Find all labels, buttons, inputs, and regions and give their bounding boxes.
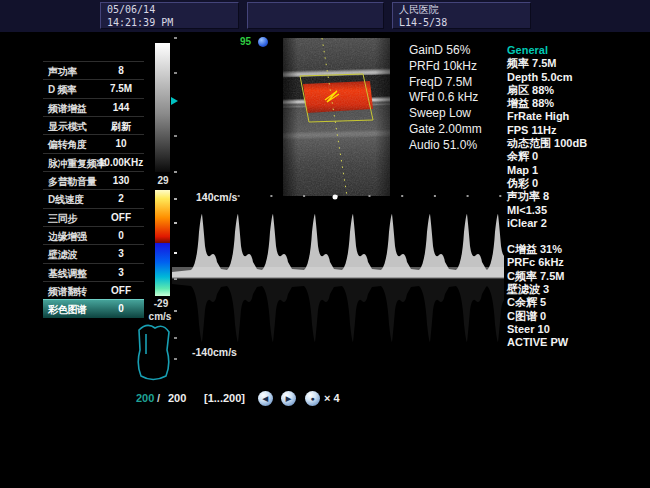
- gray-map-arrow-icon: [171, 97, 178, 105]
- scale-tick-marks: [174, 37, 177, 39]
- overlay-gain: GainD 56%: [409, 43, 482, 59]
- freeze-indicator-icon: [258, 37, 268, 47]
- param-row-triplex[interactable]: 三同步OFF: [43, 208, 144, 226]
- patient-info-box: [247, 2, 384, 29]
- rp-row: Depth 5.0cm: [507, 71, 647, 84]
- rp-row: 伪彩 0: [507, 177, 647, 190]
- gray-map-bar: [155, 43, 170, 172]
- color-velocity-bar: [155, 190, 170, 296]
- sweep-position-dot: [333, 195, 338, 200]
- edge-shadow: [283, 38, 390, 196]
- param-row-d-line-speed[interactable]: D线速度2: [43, 189, 144, 207]
- cine-current-frame: 200: [136, 392, 154, 404]
- cine-separator: /: [157, 392, 160, 404]
- color-scale-max: 29: [148, 175, 178, 186]
- status-bar: 05/06/14 14:21:39 PM 人民医院 L14-5/38: [0, 0, 650, 32]
- overlay-gate: Gate 2.00mm: [409, 122, 482, 138]
- probe-model: L14-5/38: [399, 17, 524, 30]
- doppler-parameter-panel: 声功率8 D 频率7.5M 频谱增益144 显示模式刷新 偏转角度10 脉冲重复…: [43, 61, 144, 318]
- time-text: 14:21:39 PM: [107, 17, 232, 30]
- rp-row: iClear 2: [507, 217, 647, 230]
- param-row-edge-enhance[interactable]: 边缘增强0: [43, 226, 144, 244]
- rp-row: C余辉 5: [507, 296, 647, 309]
- rp-row: 动态范围 100dB: [507, 137, 647, 150]
- hospital-name: 人民医院: [399, 4, 524, 17]
- datetime-box: 05/06/14 14:21:39 PM: [100, 2, 239, 29]
- param-row-wall-filter[interactable]: 壁滤波3: [43, 244, 144, 262]
- cine-frame-range: [1...200]: [204, 392, 245, 404]
- date-text: 05/06/14: [107, 4, 232, 17]
- doppler-settings-overlay: GainD 56% PRFd 10kHz FreqD 7.5M WFd 0.6 …: [409, 43, 482, 154]
- ultrasound-screen: 05/06/14 14:21:39 PM 人民医院 L14-5/38 声功率8 …: [0, 0, 650, 488]
- param-row-spectrum-gain[interactable]: 频谱增益144: [43, 98, 144, 116]
- general-parameter-panel: General 频率 7.5M Depth 5.0cm 扇区 88% 增益 88…: [507, 44, 647, 350]
- rp-row: C图谱 0: [507, 310, 647, 323]
- rp-row: 增益 88%: [507, 97, 647, 110]
- param-row-acoustic-power[interactable]: 声功率8: [43, 61, 144, 79]
- frame-number: 95: [240, 36, 251, 47]
- param-row-steer-angle[interactable]: 偏转角度10: [43, 134, 144, 152]
- overlay-prf: PRFd 10kHz: [409, 59, 482, 75]
- rp-row: FrRate High: [507, 110, 647, 123]
- param-row-d-frequency[interactable]: D 频率7.5M: [43, 79, 144, 97]
- stop-button[interactable]: ●: [305, 391, 320, 406]
- cine-bar: 200 / 200 [1...200] ◀ ▶ ● × 4: [0, 388, 650, 414]
- param-row-spectrum-invert[interactable]: 频谱翻转OFF: [43, 281, 144, 299]
- b-mode-image[interactable]: [283, 38, 390, 196]
- param-row-color-map-selected[interactable]: 彩色图谱0: [43, 299, 144, 317]
- param-row-prf[interactable]: 脉冲重复频率10.00KHz: [43, 153, 144, 171]
- play-button[interactable]: ▶: [281, 391, 296, 406]
- rp-row: PRFc 6kHz: [507, 256, 647, 269]
- rp-row: C频率 7.5M: [507, 270, 647, 283]
- rp-row: 扇区 88%: [507, 84, 647, 97]
- play-icon: ▶: [286, 395, 291, 402]
- rp-row: 频率 7.5M: [507, 57, 647, 70]
- rp-row: MI<1.35: [507, 204, 647, 217]
- spectral-scale-min: -140cm/s: [192, 346, 237, 358]
- cine-total-frames: 200: [168, 392, 186, 404]
- rp-row: ACTIVE PW: [507, 336, 647, 349]
- cine-speed: × 4: [324, 392, 340, 404]
- rp-row: Steer 10: [507, 323, 647, 336]
- rp-row: 余辉 0: [507, 150, 647, 163]
- rp-row: C增益 31%: [507, 243, 647, 256]
- panel-title: General: [507, 44, 647, 57]
- spectral-doppler-trace: [172, 190, 504, 362]
- rp-row: 声功率 8: [507, 190, 647, 203]
- param-row-doppler-volume[interactable]: 多普勒音量130: [43, 171, 144, 189]
- overlay-wall-filter: WFd 0.6 kHz: [409, 90, 482, 106]
- stop-icon: ●: [310, 395, 314, 402]
- hospital-box: 人民医院 L14-5/38: [392, 2, 531, 29]
- rp-row: FPS 11Hz: [507, 124, 647, 137]
- rp-row: Map 1: [507, 164, 647, 177]
- prev-icon: ◀: [263, 395, 268, 402]
- body-mark-icon[interactable]: [133, 320, 175, 382]
- spectral-scale-max: 140cm/s: [196, 191, 237, 203]
- overlay-sweep: Sweep Low: [409, 106, 482, 122]
- overlay-freq: FreqD 7.5M: [409, 75, 482, 91]
- param-row-display-mode[interactable]: 显示模式刷新: [43, 116, 144, 134]
- param-row-baseline[interactable]: 基线调整3: [43, 263, 144, 281]
- rp-row: 壁滤波 3: [507, 283, 647, 296]
- overlay-audio: Audio 51.0%: [409, 138, 482, 154]
- prev-frame-button[interactable]: ◀: [258, 391, 273, 406]
